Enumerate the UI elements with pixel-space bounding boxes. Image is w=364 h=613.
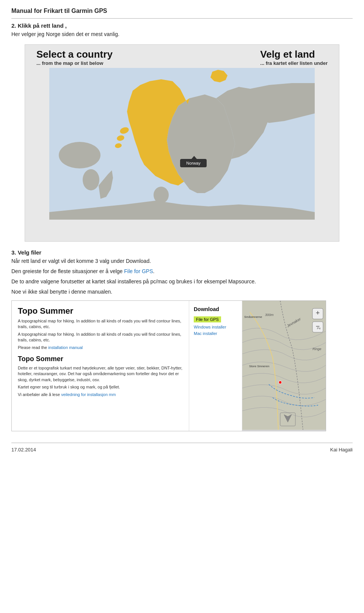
scandinavia-map: Norway bbox=[49, 68, 315, 220]
section2: 2. Klikk på rett land , Her velger jeg N… bbox=[11, 22, 353, 38]
footer-author: Kai Hagali bbox=[330, 447, 353, 453]
topo-screenshot: Topo Summer A topographical map for hiki… bbox=[11, 300, 326, 431]
section2-heading: 2. Klikk på rett land , bbox=[11, 22, 353, 29]
topo-sommer-desc2: Kartet egner seg til turbruk i skog og m… bbox=[18, 384, 183, 390]
mini-topo-map: Småsinnerne 300m + − Jevnaker Store Sinn… bbox=[242, 301, 326, 430]
topo-read-prefix: Please read the bbox=[18, 345, 48, 350]
divider-1 bbox=[11, 18, 353, 19]
svg-point-2 bbox=[83, 169, 99, 190]
topo-sommer-desc3: Vi anbefaler alle å lese veiledning for … bbox=[18, 392, 183, 398]
section3-text2-part2: . bbox=[153, 268, 155, 274]
map-velg-land-small: ... fra kartet eller listen under bbox=[260, 60, 328, 66]
sc-download-panel: Download File for GPS Windows installer … bbox=[189, 301, 242, 431]
map-container: Select a country ... from the map or lis… bbox=[25, 44, 339, 242]
topo-sommer-desc1: Dette er et topografisk turkart med høyd… bbox=[18, 365, 183, 383]
svg-text:300m: 300m bbox=[265, 313, 274, 317]
topo-title: Topo Summer bbox=[18, 306, 183, 316]
footer-date: 17.02.2014 bbox=[11, 447, 36, 453]
svg-text:+: + bbox=[316, 309, 320, 317]
svg-point-20 bbox=[279, 381, 282, 384]
svg-text:Ringe: Ringe bbox=[312, 347, 322, 351]
file-for-gps-link[interactable]: File for GPS bbox=[124, 268, 153, 274]
section3-text4: Noe vi ikke skal benytte i denne manuale… bbox=[11, 288, 353, 296]
map-header-right: Velg et land ... fra kartet eller listen… bbox=[260, 49, 328, 66]
topo-desc: A topographical map for hiking. In addit… bbox=[18, 318, 183, 330]
map-velg-land-big: Velg et land bbox=[260, 49, 328, 60]
download-windows-installer[interactable]: Windows installer bbox=[194, 325, 237, 329]
download-title: Download bbox=[194, 306, 237, 312]
topo-read: Please read the installation manual bbox=[18, 345, 183, 351]
map-area: Norway bbox=[25, 66, 339, 225]
topo-sommer-title: Topo Sommer bbox=[18, 355, 183, 363]
topo-sommer-desc3-text: Vi anbefaler alle å lese bbox=[18, 392, 61, 397]
sc-left-panel: Topo Summer A topographical map for hiki… bbox=[12, 301, 189, 431]
map-select-country-big: Select a country bbox=[36, 49, 113, 60]
topo-sommer-link[interactable]: veiledning for installasjon mm bbox=[61, 392, 116, 397]
svg-text:Store Sinneren: Store Sinneren bbox=[249, 365, 269, 368]
svg-text:Pe: Pe bbox=[317, 327, 321, 330]
section3-text3: De to andre valgene forutsetter at karte… bbox=[11, 278, 353, 286]
topo-desc2: A topographical map for hiking. In addit… bbox=[18, 332, 183, 343]
svg-text:Norway: Norway bbox=[186, 161, 201, 165]
page-title: Manual for Frikart til Garmin GPS bbox=[11, 8, 353, 14]
download-file-for-gps[interactable]: File for GPS bbox=[194, 316, 221, 322]
svg-point-3 bbox=[154, 187, 169, 203]
svg-point-1 bbox=[59, 142, 100, 168]
section3: 3. Velg filer Når rett land er valgt vil… bbox=[11, 249, 353, 296]
map-header-left: Select a country ... from the map or lis… bbox=[36, 49, 113, 66]
section3-text1: Når rett land er valgt vil det komme 3 v… bbox=[11, 257, 353, 265]
map-select-country-small: ... from the map or list below bbox=[36, 60, 113, 66]
footer: 17.02.2014 Kai Hagali bbox=[11, 443, 353, 453]
svg-text:Småsinnerne: Småsinnerne bbox=[244, 315, 262, 319]
topo-read-link[interactable]: installation manual bbox=[48, 345, 83, 350]
sc-map-panel: Småsinnerne 300m + − Jevnaker Store Sinn… bbox=[242, 301, 326, 431]
section3-text2: Den greieste for de fleste situasjoner e… bbox=[11, 267, 353, 275]
section3-text2-part1: Den greieste for de fleste situasjoner e… bbox=[11, 268, 124, 274]
section3-heading: 3. Velg filer bbox=[11, 249, 353, 256]
download-mac-installer[interactable]: Mac installer bbox=[194, 331, 237, 336]
map-header: Select a country ... from the map or lis… bbox=[25, 45, 339, 66]
section2-text: Her velger jeg Norge siden det er mest v… bbox=[11, 30, 353, 38]
